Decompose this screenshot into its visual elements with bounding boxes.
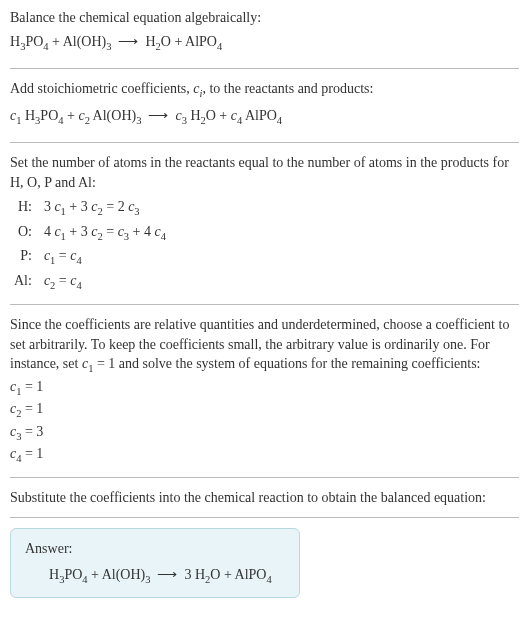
section-atom-balance: Set the number of atoms in the reactants… <box>10 153 519 305</box>
table-row: P: c1 = c4 <box>10 245 170 269</box>
coeff-value: c3 = 3 <box>10 422 519 444</box>
answer-label: Answer: <box>25 539 285 559</box>
atom-equation: c2 = c4 <box>40 270 170 294</box>
heading-atom-balance: Set the number of atoms in the reactants… <box>10 153 519 192</box>
section-balance-prompt: Balance the chemical equation algebraica… <box>10 8 519 69</box>
section-solve-coeffs: Since the coefficients are relative quan… <box>10 315 519 478</box>
atom-label: H: <box>10 196 40 220</box>
section-add-coeffs: Add stoichiometric coefficients, ci, to … <box>10 79 519 143</box>
answer-box: Answer: H3PO4 + Al(OH)3 ⟶ 3 H2O + AlPO4 <box>10 528 300 598</box>
table-row: O: 4 c1 + 3 c2 = c3 + 4 c4 <box>10 221 170 245</box>
coeff-value: c1 = 1 <box>10 377 519 399</box>
atom-equation: 3 c1 + 3 c2 = 2 c3 <box>40 196 170 220</box>
balanced-equation: H3PO4 + Al(OH)3 ⟶ 3 H2O + AlPO4 <box>25 565 285 587</box>
atom-label: P: <box>10 245 40 269</box>
section-substitute: Substitute the coefficients into the che… <box>10 488 519 519</box>
heading-add-coeffs: Add stoichiometric coefficients, ci, to … <box>10 79 519 101</box>
table-row: Al: c2 = c4 <box>10 270 170 294</box>
atom-equation: 4 c1 + 3 c2 = c3 + 4 c4 <box>40 221 170 245</box>
atom-balance-table: H: 3 c1 + 3 c2 = 2 c3 O: 4 c1 + 3 c2 = c… <box>10 196 170 294</box>
heading-substitute: Substitute the coefficients into the che… <box>10 488 519 508</box>
atom-equation: c1 = c4 <box>40 245 170 269</box>
coeff-equation: c1 H3PO4 + c2 Al(OH)3 ⟶ c3 H2O + c4 AlPO… <box>10 106 519 128</box>
atom-label: Al: <box>10 270 40 294</box>
coeff-value: c2 = 1 <box>10 399 519 421</box>
coeff-value: c4 = 1 <box>10 444 519 466</box>
table-row: H: 3 c1 + 3 c2 = 2 c3 <box>10 196 170 220</box>
atom-label: O: <box>10 221 40 245</box>
heading-balance: Balance the chemical equation algebraica… <box>10 8 519 28</box>
unbalanced-equation: H3PO4 + Al(OH)3 ⟶ H2O + AlPO4 <box>10 32 519 54</box>
heading-solve-coeffs: Since the coefficients are relative quan… <box>10 315 519 377</box>
